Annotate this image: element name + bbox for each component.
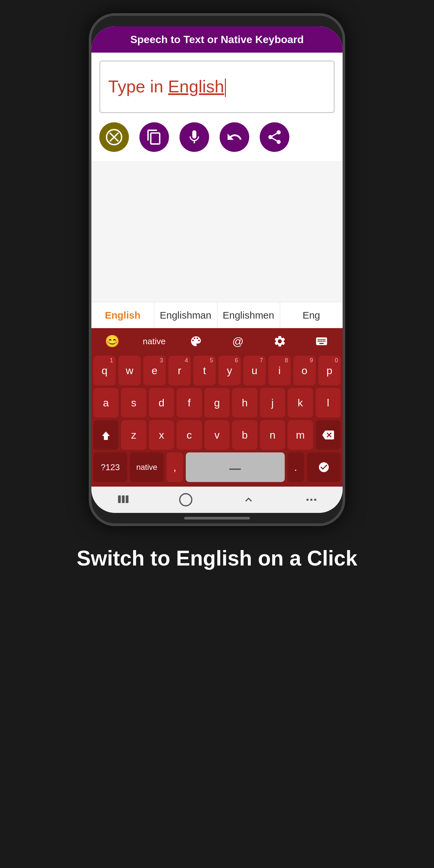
key-done[interactable] <box>307 453 341 482</box>
top-bar: Speech to Text or Native Keyboard <box>91 26 343 53</box>
copy-button[interactable] <box>140 122 169 152</box>
text-prefix: Type in <box>108 77 168 96</box>
screen-content: Type in English <box>91 53 343 513</box>
svg-rect-4 <box>122 495 124 503</box>
home-btn[interactable] <box>173 490 199 509</box>
back-btn[interactable] <box>236 490 262 509</box>
backspace-icon <box>322 429 334 441</box>
key-p-num: 0 <box>335 357 338 364</box>
empty-space <box>91 161 343 302</box>
key-native[interactable]: native <box>130 453 164 482</box>
key-j[interactable]: j <box>260 388 285 417</box>
key-f[interactable]: f <box>177 388 202 417</box>
key-b[interactable]: b <box>232 420 257 450</box>
keyboard-dots-icon <box>305 493 318 506</box>
mic-icon <box>186 129 203 145</box>
settings-toolbar-btn[interactable] <box>259 328 301 354</box>
key-x[interactable]: x <box>149 420 174 450</box>
bottom-caption: Switch to English on a Click <box>57 546 377 571</box>
text-input-area[interactable]: Type in English <box>99 61 335 113</box>
key-u[interactable]: 7u <box>243 356 266 385</box>
delete-button[interactable] <box>99 122 129 152</box>
key-n[interactable]: n <box>260 420 285 450</box>
key-e-num: 3 <box>160 357 163 364</box>
share-button[interactable] <box>260 122 289 152</box>
home-icon <box>179 493 193 507</box>
key-w[interactable]: w <box>118 356 141 385</box>
autocomplete-item-eng[interactable]: Eng <box>280 302 343 328</box>
key-g[interactable]: g <box>205 388 229 417</box>
key-c[interactable]: c <box>177 420 202 450</box>
native-toolbar-btn[interactable]: native <box>133 328 175 354</box>
palette-icon <box>189 335 203 348</box>
delete-icon <box>106 129 122 145</box>
key-t-num: 5 <box>210 357 213 364</box>
mic-button[interactable] <box>180 122 209 152</box>
copy-icon <box>146 129 162 145</box>
svg-point-9 <box>314 499 316 501</box>
key-o[interactable]: 9o <box>293 356 316 385</box>
phone-frame: Speech to Text or Native Keyboard Type i… <box>89 13 345 526</box>
undo-icon <box>226 129 243 145</box>
emoji-toolbar-btn[interactable]: 😊 <box>91 328 133 354</box>
key-z[interactable]: z <box>121 420 146 450</box>
key-o-num: 9 <box>310 357 313 364</box>
recent-apps-icon <box>116 493 129 506</box>
text-cursor <box>225 79 226 97</box>
key-shift[interactable] <box>93 420 118 450</box>
key-i[interactable]: 8i <box>268 356 291 385</box>
autocomplete-bar: English Englishman Englishmen Eng <box>91 302 343 328</box>
key-space[interactable] <box>186 453 284 482</box>
svg-rect-1 <box>104 439 108 440</box>
key-d[interactable]: d <box>149 388 174 417</box>
settings-icon <box>273 335 286 348</box>
keyboard-row-2: a s d f g h j k l <box>93 388 341 417</box>
key-y[interactable]: 6y <box>218 356 241 385</box>
keyboard-row-4: ?123 native , . <box>93 453 341 482</box>
at-toolbar-btn[interactable]: @ <box>217 328 259 354</box>
notch <box>181 16 253 26</box>
key-t[interactable]: 5t <box>193 356 216 385</box>
key-p[interactable]: 0p <box>318 356 341 385</box>
key-comma[interactable]: , <box>166 453 183 482</box>
undo-button[interactable] <box>220 122 249 152</box>
svg-rect-3 <box>118 495 121 503</box>
svg-point-6 <box>180 494 192 506</box>
key-a[interactable]: a <box>93 388 118 417</box>
autocomplete-item-english[interactable]: English <box>91 302 154 328</box>
key-s[interactable]: s <box>121 388 146 417</box>
key-e[interactable]: 3e <box>143 356 166 385</box>
share-icon <box>266 129 283 145</box>
svg-point-7 <box>306 499 309 501</box>
key-q-num: 1 <box>110 357 113 364</box>
emoji-icon: 😊 <box>105 334 120 348</box>
at-symbol: @ <box>232 335 244 348</box>
keyboard: 1q w 3e 4r 5t 6y 7u 8i 9o 0p a s d f <box>91 354 343 487</box>
text-highlighted: English <box>168 77 224 96</box>
key-h[interactable]: h <box>232 388 257 417</box>
svg-rect-2 <box>229 468 241 470</box>
autocomplete-item-englishmen[interactable]: Englishmen <box>217 302 280 328</box>
palette-toolbar-btn[interactable] <box>175 328 217 354</box>
key-m[interactable]: m <box>288 420 313 450</box>
keyboard-toolbar: 😊 native @ <box>91 328 343 354</box>
key-k[interactable]: k <box>288 388 313 417</box>
svg-rect-5 <box>126 495 128 503</box>
svg-point-8 <box>310 499 312 501</box>
key-backspace[interactable] <box>316 420 341 450</box>
recent-apps-btn[interactable] <box>110 490 136 509</box>
key-symbols[interactable]: ?123 <box>93 453 127 482</box>
autocomplete-item-englishman[interactable]: Englishman <box>154 302 217 328</box>
key-v[interactable]: v <box>205 420 229 450</box>
key-q[interactable]: 1q <box>93 356 116 385</box>
key-r[interactable]: 4r <box>168 356 191 385</box>
keyboard-row-3: z x c v b n m <box>93 420 341 450</box>
key-y-num: 6 <box>235 357 238 364</box>
keyboard-hide-btn[interactable] <box>298 490 324 509</box>
key-r-num: 4 <box>185 357 188 364</box>
native-label: native <box>143 336 165 346</box>
key-l[interactable]: l <box>316 388 341 417</box>
keyboard-row-1: 1q w 3e 4r 5t 6y 7u 8i 9o 0p <box>93 356 341 385</box>
keyboard-hide-toolbar-btn[interactable] <box>301 328 343 354</box>
key-period[interactable]: . <box>287 453 304 482</box>
